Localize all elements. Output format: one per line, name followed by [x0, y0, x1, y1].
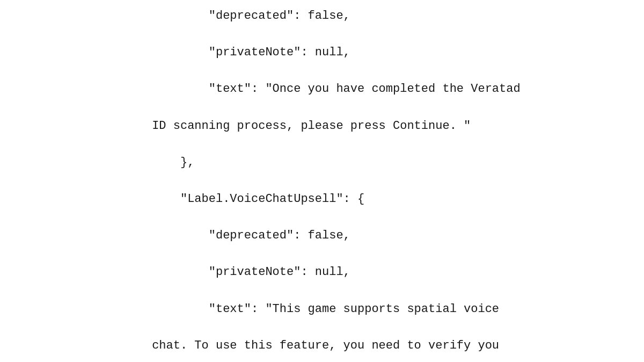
line-5: ID scanning process, please press Contin…	[152, 119, 471, 133]
line-10: "text": "This game supports spatial voic…	[152, 302, 499, 316]
line-3: "privateNote": null,	[152, 46, 350, 59]
line-4: "text": "Once you have completed the Ver…	[152, 82, 521, 96]
line-7: "Label.VoiceChatUpsell": {	[152, 192, 364, 206]
main-container: "Label.ExternalCompleteVerification": { …	[0, 0, 644, 362]
line-2: "deprecated": false,	[152, 9, 350, 23]
line-11: chat. To use this feature, you need to v…	[152, 339, 499, 352]
line-8: "deprecated": false,	[152, 229, 350, 242]
code-block: "Label.ExternalCompleteVerification": { …	[123, 0, 520, 362]
line-6: },	[152, 156, 194, 169]
line-9: "privateNote": null,	[152, 265, 350, 279]
